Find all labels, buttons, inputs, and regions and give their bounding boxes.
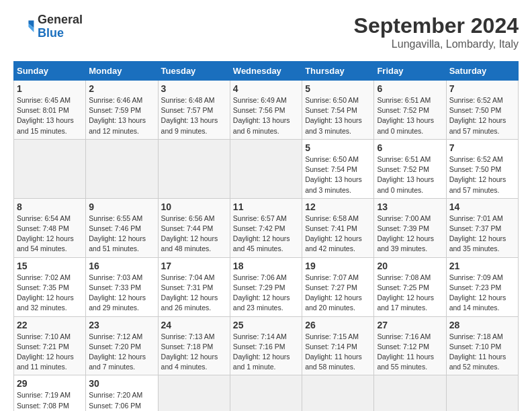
- day-number: 25: [233, 320, 299, 330]
- day-number: 22: [17, 320, 83, 330]
- day-info: Sunrise: 7:02 AM Sunset: 7:35 PM Dayligh…: [17, 273, 83, 314]
- day-info: Sunrise: 7:13 AM Sunset: 7:18 PM Dayligh…: [161, 332, 227, 373]
- day-info: Sunrise: 7:07 AM Sunset: 7:27 PM Dayligh…: [305, 273, 371, 314]
- day-number: 30: [89, 378, 154, 389]
- logo-text: General Blue: [38, 13, 83, 40]
- table-row: 11 Sunrise: 6:57 AM Sunset: 7:42 PM Dayl…: [230, 198, 302, 257]
- table-row: 13 Sunrise: 7:00 AM Sunset: 7:39 PM Dayl…: [374, 198, 446, 257]
- table-row: 4 Sunrise: 6:49 AM Sunset: 7:56 PM Dayli…: [230, 81, 302, 140]
- table-row: 3 Sunrise: 6:48 AM Sunset: 7:57 PM Dayli…: [158, 81, 230, 140]
- day-info: Sunrise: 7:12 AM Sunset: 7:20 PM Dayligh…: [89, 332, 154, 373]
- day-number: 12: [305, 201, 371, 212]
- day-info: Sunrise: 7:18 AM Sunset: 7:10 PM Dayligh…: [449, 332, 515, 373]
- table-row: 26 Sunrise: 7:15 AM Sunset: 7:14 PM Dayl…: [302, 316, 374, 375]
- day-number: 15: [17, 261, 83, 271]
- day-number: 5: [305, 142, 371, 153]
- day-number: 29: [17, 378, 83, 389]
- day-info: Sunrise: 7:09 AM Sunset: 7:23 PM Dayligh…: [449, 273, 515, 314]
- calendar-table: Sunday Monday Tuesday Wednesday Thursday…: [13, 61, 519, 411]
- day-number: 26: [305, 320, 371, 330]
- day-info: Sunrise: 6:50 AM Sunset: 7:54 PM Dayligh…: [305, 154, 371, 195]
- table-row: 7 Sunrise: 6:52 AM Sunset: 7:50 PM Dayli…: [446, 139, 518, 198]
- day-number: 20: [377, 261, 443, 271]
- logo: General Blue: [13, 13, 83, 40]
- day-info: Sunrise: 6:52 AM Sunset: 7:50 PM Dayligh…: [449, 95, 515, 136]
- day-number: 19: [305, 261, 371, 271]
- table-row: 9 Sunrise: 6:55 AM Sunset: 7:46 PM Dayli…: [86, 198, 158, 257]
- title-block: September 2024 Lungavilla, Lombardy, Ita…: [354, 13, 519, 50]
- day-info: Sunrise: 7:19 AM Sunset: 7:08 PM Dayligh…: [17, 390, 83, 411]
- day-info: Sunrise: 6:57 AM Sunset: 7:42 PM Dayligh…: [233, 214, 299, 255]
- day-info: Sunrise: 6:51 AM Sunset: 7:52 PM Dayligh…: [377, 154, 443, 195]
- day-info: Sunrise: 7:20 AM Sunset: 7:06 PM Dayligh…: [89, 390, 154, 411]
- day-number: 10: [161, 201, 227, 212]
- day-number: 16: [89, 261, 154, 271]
- table-row: [230, 139, 302, 198]
- day-info: Sunrise: 7:06 AM Sunset: 7:29 PM Dayligh…: [233, 273, 299, 314]
- day-number: 21: [449, 261, 515, 271]
- table-row: 14 Sunrise: 7:01 AM Sunset: 7:37 PM Dayl…: [446, 198, 518, 257]
- col-saturday: Saturday: [446, 62, 518, 81]
- table-row: 18 Sunrise: 7:06 AM Sunset: 7:29 PM Dayl…: [230, 257, 302, 316]
- col-friday: Friday: [374, 62, 446, 81]
- calendar-header-row: Sunday Monday Tuesday Wednesday Thursday…: [14, 62, 519, 81]
- day-number: 2: [89, 83, 154, 94]
- table-row: 29 Sunrise: 7:19 AM Sunset: 7:08 PM Dayl…: [14, 375, 86, 411]
- day-number: 9: [89, 201, 154, 212]
- table-row: [302, 375, 374, 411]
- day-info: Sunrise: 7:14 AM Sunset: 7:16 PM Dayligh…: [233, 332, 299, 373]
- table-row: 22 Sunrise: 7:10 AM Sunset: 7:21 PM Dayl…: [14, 316, 86, 375]
- table-row: 24 Sunrise: 7:13 AM Sunset: 7:18 PM Dayl…: [158, 316, 230, 375]
- table-row: 17 Sunrise: 7:04 AM Sunset: 7:31 PM Dayl…: [158, 257, 230, 316]
- table-row: 20 Sunrise: 7:08 AM Sunset: 7:25 PM Dayl…: [374, 257, 446, 316]
- day-number: 6: [377, 142, 443, 153]
- day-number: 13: [377, 201, 443, 212]
- day-number: 27: [377, 320, 443, 330]
- day-number: 23: [89, 320, 154, 330]
- table-row: [14, 139, 86, 198]
- table-row: 15 Sunrise: 7:02 AM Sunset: 7:35 PM Dayl…: [14, 257, 86, 316]
- day-number: 8: [17, 201, 83, 212]
- table-row: 10 Sunrise: 6:56 AM Sunset: 7:44 PM Dayl…: [158, 198, 230, 257]
- day-info: Sunrise: 7:10 AM Sunset: 7:21 PM Dayligh…: [17, 332, 83, 373]
- table-row: 5 Sunrise: 6:50 AM Sunset: 7:54 PM Dayli…: [302, 81, 374, 140]
- table-row: 21 Sunrise: 7:09 AM Sunset: 7:23 PM Dayl…: [446, 257, 518, 316]
- table-row: 6 Sunrise: 6:51 AM Sunset: 7:52 PM Dayli…: [374, 81, 446, 140]
- day-number: 3: [161, 83, 227, 94]
- day-info: Sunrise: 6:56 AM Sunset: 7:44 PM Dayligh…: [161, 214, 227, 255]
- col-sunday: Sunday: [14, 62, 86, 81]
- table-row: 28 Sunrise: 7:18 AM Sunset: 7:10 PM Dayl…: [446, 316, 518, 375]
- day-info: Sunrise: 7:08 AM Sunset: 7:25 PM Dayligh…: [377, 273, 443, 314]
- day-info: Sunrise: 6:46 AM Sunset: 7:59 PM Dayligh…: [89, 95, 154, 136]
- day-info: Sunrise: 6:58 AM Sunset: 7:41 PM Dayligh…: [305, 214, 371, 255]
- day-number: 7: [449, 142, 515, 153]
- day-number: 5: [305, 83, 371, 94]
- day-info: Sunrise: 6:52 AM Sunset: 7:50 PM Dayligh…: [449, 154, 515, 195]
- table-row: [374, 375, 446, 411]
- table-row: [446, 375, 518, 411]
- table-row: 7 Sunrise: 6:52 AM Sunset: 7:50 PM Dayli…: [446, 81, 518, 140]
- col-wednesday: Wednesday: [230, 62, 302, 81]
- col-tuesday: Tuesday: [158, 62, 230, 81]
- day-number: 14: [449, 201, 515, 212]
- page-header: General Blue September 2024 Lungavilla, …: [13, 13, 519, 50]
- location: Lungavilla, Lombardy, Italy: [354, 38, 519, 50]
- day-info: Sunrise: 6:50 AM Sunset: 7:54 PM Dayligh…: [305, 95, 371, 136]
- table-row: 5 Sunrise: 6:50 AM Sunset: 7:54 PM Dayli…: [302, 139, 374, 198]
- day-info: Sunrise: 7:03 AM Sunset: 7:33 PM Dayligh…: [89, 273, 154, 314]
- day-number: 17: [161, 261, 227, 271]
- day-number: 7: [449, 83, 515, 94]
- day-number: 6: [377, 83, 443, 94]
- day-number: 24: [161, 320, 227, 330]
- day-number: 18: [233, 261, 299, 271]
- table-row: [158, 139, 230, 198]
- day-info: Sunrise: 7:15 AM Sunset: 7:14 PM Dayligh…: [305, 332, 371, 373]
- day-info: Sunrise: 6:54 AM Sunset: 7:48 PM Dayligh…: [17, 214, 83, 255]
- table-row: [158, 375, 230, 411]
- table-row: [230, 375, 302, 411]
- day-number: 1: [17, 83, 83, 94]
- logo-blue: Blue: [38, 27, 83, 40]
- table-row: 30 Sunrise: 7:20 AM Sunset: 7:06 PM Dayl…: [86, 375, 158, 411]
- table-row: 2 Sunrise: 6:46 AM Sunset: 7:59 PM Dayli…: [86, 81, 158, 140]
- month-year: September 2024: [354, 13, 519, 38]
